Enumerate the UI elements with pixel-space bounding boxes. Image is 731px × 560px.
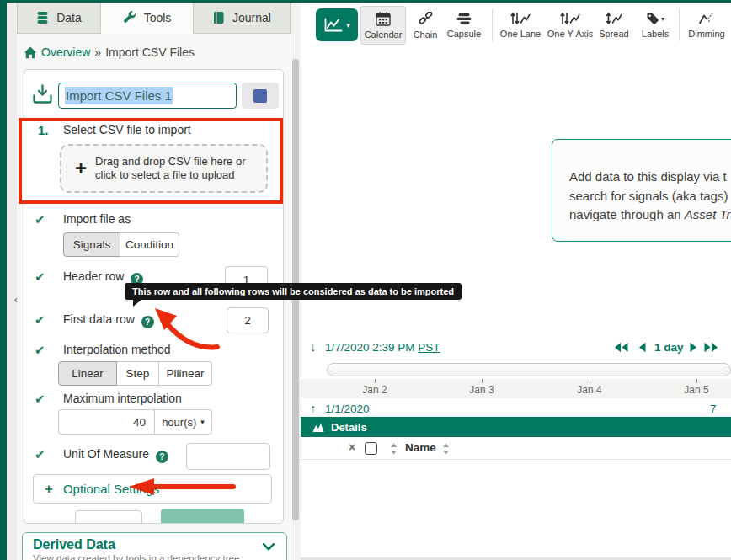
capsule-button[interactable]: Capsule (443, 6, 485, 45)
details-table-header: × Name (301, 437, 731, 460)
max-interpolation-label: Maximum interpolation (63, 392, 182, 405)
chevron-down-icon: ▾ (661, 15, 664, 23)
axis-tick (375, 379, 376, 383)
chevron-down-icon: ▾ (346, 21, 350, 29)
timebar-scrollbar[interactable] (327, 363, 731, 376)
interpolation-toggle: Linear Step Pilinear (58, 361, 212, 386)
details-panel-header[interactable]: Details (301, 417, 731, 437)
color-picker-button[interactable] (242, 83, 279, 109)
book-icon (212, 11, 225, 24)
left-accent-rail (0, 0, 7, 560)
details-title: Details (331, 421, 367, 434)
capsule-label: Capsule (447, 29, 481, 39)
axis-tick (482, 379, 483, 383)
calendar-button[interactable]: Calendar (360, 6, 406, 45)
import-type-toggle: Signals Condition (63, 232, 179, 257)
tooltip-arrow (133, 300, 141, 307)
condition-toggle[interactable]: Condition (120, 232, 179, 257)
empty-display-message: Add data to this display via t search fo… (552, 139, 731, 242)
view-mode-button[interactable]: ▾ (316, 8, 358, 41)
one-y-axis-button[interactable]: One Y-Axis (546, 6, 595, 45)
capsule-icon (456, 13, 472, 25)
step-forward-fast-button[interactable] (704, 342, 718, 353)
axis-tick (696, 379, 697, 383)
tool-name-input[interactable]: Import CSV Files 1 (58, 83, 237, 109)
max-interpolation-value: 40 (133, 416, 146, 429)
spread-button[interactable]: Spread (595, 6, 633, 45)
dimming-icon (698, 12, 715, 25)
help-icon[interactable]: ? (156, 451, 168, 463)
check-icon: ✔ (35, 343, 45, 358)
date-axis[interactable]: Jan 2 Jan 3 Jan 4 Jan 5 (301, 379, 731, 398)
check-icon: ✔ (35, 212, 45, 227)
labels-button[interactable]: ▾ Labels (635, 6, 675, 45)
plus-icon: + (45, 481, 53, 498)
one-y-axis-label: One Y-Axis (547, 29, 593, 39)
linear-toggle[interactable]: Linear (58, 361, 117, 386)
up-arrow-icon: ↑ (310, 401, 317, 415)
tab-journal[interactable]: Journal (194, 3, 291, 34)
breadcrumb-overview-link[interactable]: Overview (41, 45, 90, 59)
max-interpolation-input[interactable]: 40 (58, 409, 155, 435)
spread-icon (606, 12, 622, 25)
remove-column-icon[interactable]: × (349, 440, 355, 454)
select-all-checkbox[interactable] (365, 442, 377, 455)
first-data-row-value: 2 (244, 314, 251, 327)
timezone-link[interactable]: PST (418, 341, 440, 354)
one-lane-button[interactable]: One Lane (497, 6, 544, 45)
labels-label: Labels (642, 29, 669, 39)
step-toggle[interactable]: Step (117, 361, 159, 386)
signals-toggle[interactable]: Signals (63, 232, 120, 257)
help-icon[interactable]: ? (141, 316, 154, 328)
tab-tools[interactable]: Tools (101, 3, 194, 34)
one-y-axis-icon (560, 12, 580, 25)
axis-label: Jan 2 (362, 384, 387, 396)
chain-icon (419, 12, 433, 26)
unit-of-measure-input[interactable] (186, 443, 270, 470)
derived-data-panel[interactable]: Derived Data View data created by tools … (22, 532, 287, 560)
tab-data[interactable]: Data (17, 3, 101, 34)
tag-icon (646, 12, 659, 25)
max-interpolation-unit-dropdown[interactable]: hour(s)▾ (155, 409, 212, 435)
axis-label: Jan 3 (469, 384, 494, 396)
duration-label[interactable]: 1 day (654, 341, 684, 354)
trend-workspace: ▾ Calendar Chain (301, 3, 731, 560)
display-range-start[interactable]: 1/7/2020 2:39 PM PST (325, 341, 440, 354)
toolbar-separator (492, 9, 493, 41)
optional-settings-expander[interactable]: + Optional Settings (33, 474, 272, 504)
csv-dropzone[interactable]: + Drag and drop CSV file here or click t… (60, 144, 268, 193)
step-back-button[interactable] (638, 342, 646, 353)
execute-button[interactable] (161, 509, 244, 524)
step-back-fast-button[interactable] (614, 342, 628, 353)
first-data-row-label: First data row ? (63, 312, 154, 328)
down-arrow-icon: ↓ (310, 339, 317, 354)
cancel-button[interactable] (75, 510, 142, 524)
sort-icon[interactable] (442, 443, 450, 455)
name-column-header[interactable]: Name (405, 441, 436, 454)
sort-icon[interactable] (390, 443, 398, 455)
dimming-button[interactable]: Dimming (684, 6, 729, 45)
app-window: « Data Tools Journal Overview » Import C… (0, 0, 731, 560)
timeline-start-row: ↓ 1/7/2020 2:39 PM PST 1 day (301, 339, 731, 356)
interpolation-label: Interpolation method (63, 343, 171, 356)
first-data-row-input[interactable]: 2 (227, 307, 269, 333)
message-line-3: navigate through an Asset Tre (569, 205, 731, 225)
chain-button[interactable]: Chain (408, 6, 443, 45)
axis-tick (590, 379, 590, 383)
chevron-down-icon[interactable] (263, 543, 275, 551)
investigate-range-start[interactable]: 1/1/2020 (325, 403, 370, 415)
step1-label: Select CSV file to import (63, 123, 191, 136)
plus-icon: + (75, 157, 87, 180)
import-file-as-label: Import file as (63, 212, 131, 226)
tab-data-label: Data (56, 11, 82, 24)
step-forward-button[interactable] (690, 342, 697, 353)
tooltip: This row and all following rows will be … (125, 283, 462, 300)
chain-label: Chain (414, 29, 438, 40)
spread-label: Spread (599, 29, 628, 39)
message-line-1: Add data to this display via t (569, 168, 731, 187)
pilinear-toggle[interactable]: Pilinear (159, 361, 212, 386)
area-chart-icon (312, 422, 325, 433)
left-panel: Data Tools Journal Overview » Import CSV… (17, 3, 291, 560)
chevron-down-icon: ▾ (200, 418, 205, 426)
home-icon (24, 46, 37, 59)
